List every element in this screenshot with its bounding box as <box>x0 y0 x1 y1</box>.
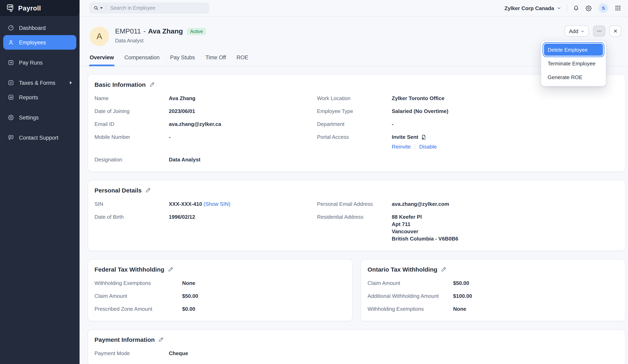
field-value: $50.00 <box>182 293 345 300</box>
portal-access-cell: Invite Sent Reinvite Disable <box>392 133 618 151</box>
field-label: Employee Type <box>317 108 392 115</box>
apps-grid-icon[interactable] <box>615 5 621 11</box>
show-sin-link[interactable]: (Show SIN) <box>204 201 231 207</box>
sidebar: Payroll Dashboard Employees Pay Runs <box>0 0 79 364</box>
close-button[interactable] <box>609 25 621 37</box>
tab-compensation[interactable]: Compensation <box>124 55 159 66</box>
search-input[interactable] <box>109 5 205 11</box>
field-label: Withholding Exemptions <box>94 280 182 287</box>
sidebar-item-label: Reports <box>19 94 38 100</box>
field-label: Personal Email Address <box>317 201 392 208</box>
employee-detail-page: A EMP011 - Ava Zhang Active Data Analyst… <box>79 16 628 364</box>
field-label: Payment Mode <box>94 350 169 357</box>
field-value: $0.00 <box>182 305 345 313</box>
more-options-button[interactable] <box>593 25 605 37</box>
field-label: Additional Withholding Amount <box>368 293 453 300</box>
menu-item-terminate-employee[interactable]: Terminate Employee <box>544 57 603 69</box>
edit-pencil-icon[interactable] <box>168 267 173 272</box>
sidebar-item-pay-runs[interactable]: Pay Runs <box>3 55 76 70</box>
field-value: 1996/02/12 <box>169 213 317 243</box>
field-value: - <box>392 121 618 128</box>
edit-pencil-icon[interactable] <box>149 82 155 87</box>
tab-time-off[interactable]: Time Off <box>205 55 226 66</box>
disable-link[interactable]: Disable <box>419 143 437 151</box>
notifications-bell-icon[interactable] <box>573 5 580 11</box>
tab-overview[interactable]: Overview <box>90 55 114 66</box>
section-title: Ontario Tax Withholding <box>368 266 437 273</box>
topbar-right: Zylker Corp Canada S <box>504 2 621 14</box>
field-label: Mobile Number <box>94 133 169 151</box>
search-icon[interactable] <box>93 5 103 11</box>
sidebar-item-employees[interactable]: Employees <box>3 35 76 50</box>
employee-name: Ava Zhang <box>148 27 183 36</box>
employee-avatar: A <box>90 27 109 46</box>
menu-item-generate-roe[interactable]: Generate ROE <box>544 71 603 83</box>
sidebar-item-dashboard[interactable]: Dashboard <box>3 21 76 35</box>
field-label: Date of Birth <box>94 213 169 243</box>
field-label: Prescribed Zone Amount <box>94 305 182 313</box>
field-value: $50.00 <box>453 280 618 287</box>
close-icon <box>613 29 618 34</box>
overview-cards: Basic Information Name Ava Zhang Work Lo… <box>79 66 628 364</box>
employee-actions-menu: Delete Employee Terminate Employee Gener… <box>541 40 606 86</box>
edit-pencil-icon[interactable] <box>158 337 163 342</box>
search-box[interactable] <box>89 2 209 14</box>
field-label: Designation <box>94 156 169 163</box>
add-button[interactable]: Add <box>565 25 589 37</box>
sidebar-item-label: Settings <box>19 115 39 121</box>
section-title: Payment Information <box>94 336 155 343</box>
sidebar-item-reports[interactable]: Reports <box>3 90 76 105</box>
field-label: Department <box>317 121 392 128</box>
field-value: Zylker Toronto Office <box>392 95 618 102</box>
org-switcher[interactable]: Zylker Corp Canada <box>504 5 561 11</box>
field-label: Email ID <box>94 121 169 128</box>
reinvite-link[interactable]: Reinvite <box>392 143 411 151</box>
user-avatar[interactable]: S <box>598 2 609 14</box>
address-line: British Columbia - V6B0B6 <box>392 235 618 243</box>
reports-icon <box>8 94 14 101</box>
sidebar-item-label: Dashboard <box>19 25 46 31</box>
employee-id: EMP011 <box>115 27 141 36</box>
employee-designation: Data Analyst <box>115 38 206 44</box>
employee-title-row: EMP011 - Ava Zhang Active <box>115 27 206 36</box>
nav-spacer <box>3 105 76 110</box>
field-label: Work Location <box>317 95 392 102</box>
ontario-tax-card: Ontario Tax Withholding Claim Amount $50… <box>361 259 626 321</box>
field-value: Cheque <box>169 350 618 357</box>
payroll-logo-icon <box>6 4 14 12</box>
sidebar-item-taxes-forms[interactable]: Taxes & Forms <box>3 75 76 90</box>
edit-pencil-icon[interactable] <box>145 188 151 193</box>
search-divider <box>106 5 106 11</box>
field-value: Data Analyst <box>169 156 317 163</box>
tab-pay-stubs[interactable]: Pay Stubs <box>170 55 195 66</box>
federal-tax-card: Federal Tax Withholding Withholding Exem… <box>88 259 353 321</box>
tab-roe[interactable]: ROE <box>236 55 248 66</box>
section-title: Federal Tax Withholding <box>94 266 164 273</box>
ellipsis-icon <box>596 28 602 34</box>
sidebar-item-contact-support[interactable]: Contact Support <box>3 130 76 145</box>
portal-access-status: Invite Sent <box>392 133 418 141</box>
menu-item-delete-employee[interactable]: Delete Employee <box>544 44 603 56</box>
topbar: Zylker Corp Canada S <box>79 0 628 16</box>
sidebar-item-settings[interactable]: Settings <box>3 110 76 125</box>
field-value: 2023/06/01 <box>169 108 317 115</box>
main-area: Zylker Corp Canada S <box>79 0 628 364</box>
search-scope-caret-icon <box>100 7 103 9</box>
sidebar-nav: Dashboard Employees Pay Runs Taxe <box>0 16 79 145</box>
residential-address: 88 Keefer Pl Apt 711 Vancouver British C… <box>392 213 618 243</box>
settings-gear-icon[interactable] <box>585 5 592 11</box>
sidebar-item-label: Employees <box>19 39 46 45</box>
field-value: $100.00 <box>453 293 618 300</box>
address-line: Vancouver <box>392 228 618 235</box>
employee-name-separator: - <box>143 27 146 36</box>
app-logo[interactable]: Payroll <box>0 0 79 16</box>
field-label: Claim Amount <box>368 280 453 287</box>
field-value: - <box>169 133 317 151</box>
sidebar-item-label: Contact Support <box>19 135 58 141</box>
section-title: Personal Details <box>94 187 142 194</box>
chevron-down-icon <box>557 6 561 10</box>
field-value: ava.zhang@zylker.ca <box>169 121 317 128</box>
edit-pencil-icon[interactable] <box>441 267 446 272</box>
dashboard-icon <box>8 25 14 31</box>
add-button-label: Add <box>569 28 578 34</box>
